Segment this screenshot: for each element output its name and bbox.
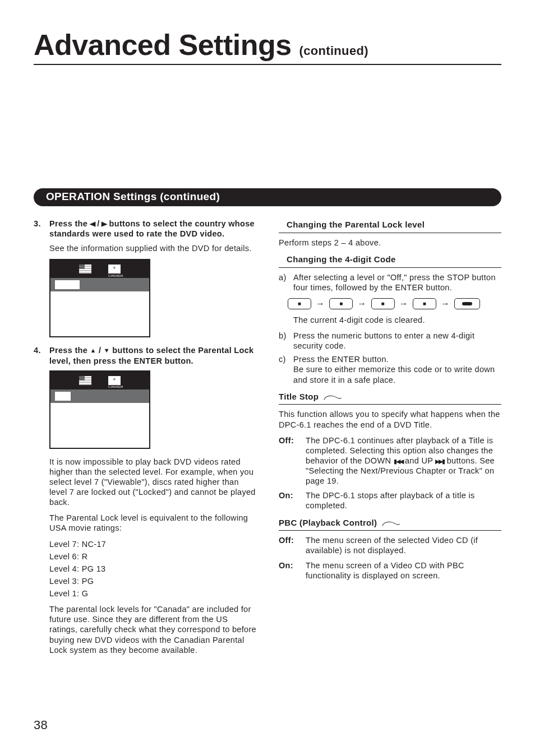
text: Be sure to either memorize this code or … (293, 365, 495, 384)
lettered-list: b) Press the numeric buttons to enter a … (279, 331, 501, 385)
pbc-options: Off: The menu screen of the selected Vid… (279, 535, 501, 581)
level-6: Level 6: R (49, 551, 256, 562)
arrow-icon: → (316, 298, 325, 309)
stop-button-icon: ■ (329, 298, 353, 309)
text: Press the ENTER button. (293, 355, 389, 364)
text: / (95, 219, 102, 228)
paragraph-equiv: The Parental Lock level is equivalent to… (49, 513, 256, 533)
text: Press the (49, 346, 90, 355)
ellipse-icon (381, 520, 398, 526)
list-item-b: Press the numeric buttons to enter a new… (293, 331, 501, 351)
enter-button-icon (454, 298, 480, 309)
screenshot-level-select (49, 370, 150, 449)
text: Press the (49, 219, 90, 228)
right-column: Changing the Parental Lock level Perform… (279, 219, 501, 661)
list-key-a: a) (279, 272, 290, 293)
on-label: On: (279, 560, 300, 581)
step-number: 4. (34, 345, 45, 365)
stop-button-icon: ■ (371, 298, 395, 309)
step-3-note: See the information supplied with the DV… (49, 243, 256, 253)
paragraph-canada: The parental lock levels for "Canada" ar… (49, 604, 256, 655)
level-7: Level 7: NC-17 (49, 539, 256, 549)
right-triangle-icon: ▶ (102, 220, 107, 228)
canada-flag-icon (108, 376, 121, 385)
list-key-b: b) (279, 331, 290, 351)
subhead-pbc: PBC (Playback Control) (279, 518, 501, 531)
list-item-a: After selecting a level or "Off," press … (293, 272, 501, 293)
level-4: Level 4: PG 13 (49, 564, 256, 574)
step-number: 3. (34, 219, 45, 239)
step-4: 4. Press the ▲ / ▼ buttons to select the… (34, 345, 256, 365)
us-flag-icon (79, 265, 91, 273)
subhead-change-code: Changing the 4-digit Code (279, 253, 501, 268)
left-triangle-icon: ◀ (90, 220, 95, 228)
up-triangle-icon: ▲ (90, 347, 96, 354)
level-3: Level 3: PG (49, 576, 256, 586)
ellipse-icon (323, 393, 340, 400)
label: Title Stop (279, 392, 319, 402)
page-title: Advanced Settings (continued) (34, 28, 501, 65)
stop-button-icon: ■ (288, 298, 311, 309)
step-text: Press the ◀ / ▶ buttons to select the co… (49, 219, 256, 239)
arrow-icon: → (399, 298, 408, 309)
step-text: Press the ▲ / ▼ buttons to select the Pa… (49, 345, 256, 365)
arrow-icon: → (441, 298, 450, 309)
on-label: On: (279, 490, 300, 511)
on-desc: The menu screen of a Video CD with PBC f… (306, 560, 501, 581)
off-desc: The DPC-6.1 continues after playback of … (306, 435, 501, 486)
perform-steps: Perform steps 2 – 4 above. (279, 238, 501, 248)
title-stop-options: Off: The DPC-6.1 continues after playbac… (279, 435, 501, 511)
paragraph-locked: It is now impossible to play back DVD vi… (49, 457, 256, 508)
off-desc: The menu screen of the selected Video CD… (306, 535, 501, 555)
us-flag-icon (79, 376, 91, 385)
code-cleared: The current 4-digit code is cleared. (293, 315, 501, 325)
list-item-c: Press the ENTER button. Be sure to eithe… (293, 354, 501, 384)
title-stop-desc: This function allows you to specify what… (279, 409, 501, 429)
canada-flag-icon (108, 265, 121, 273)
button-sequence: ■ → ■ → ■ → ■ → (288, 298, 501, 309)
subhead-change-level: Changing the Parental Lock level (279, 219, 501, 233)
section-header: OPERATION Settings (continued) (34, 188, 501, 206)
skip-back-icon: ▮◀◀ (394, 458, 403, 465)
text: / (96, 346, 104, 355)
subhead-title-stop: Title Stop (279, 392, 501, 405)
off-label: Off: (279, 535, 300, 555)
title-sub: (continued) (299, 44, 368, 58)
level-1: Level 1: G (49, 588, 256, 599)
step-3: 3. Press the ◀ / ▶ buttons to select the… (34, 219, 256, 239)
stop-button-icon: ■ (413, 298, 436, 309)
left-column: 3. Press the ◀ / ▶ buttons to select the… (34, 219, 256, 661)
on-desc: The DPC-6.1 stops after playback of a ti… (306, 490, 501, 511)
arrow-icon: → (357, 298, 366, 309)
text: and UP (403, 456, 436, 465)
screenshot-country-select (49, 259, 150, 337)
down-triangle-icon: ▼ (104, 347, 110, 354)
off-label: Off: (279, 435, 300, 486)
lettered-list: a) After selecting a level or "Off," pre… (279, 272, 501, 293)
list-key-c: c) (279, 354, 290, 384)
rating-levels: Level 7: NC-17 Level 6: R Level 4: PG 13… (49, 539, 256, 599)
page-number: 38 (34, 718, 48, 732)
skip-forward-icon: ▶▶▮ (435, 458, 444, 465)
title-main: Advanced Settings (34, 29, 299, 61)
label: PBC (Playback Control) (279, 518, 377, 528)
